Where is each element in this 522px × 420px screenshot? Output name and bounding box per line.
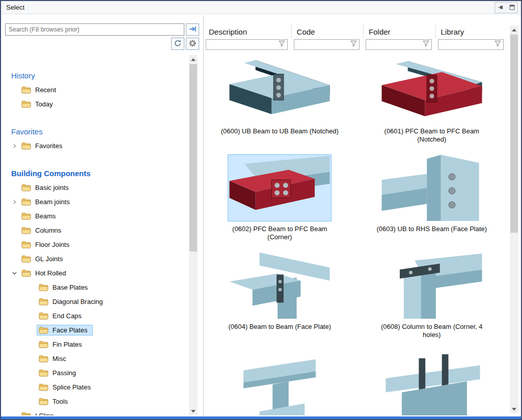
filter-input-code[interactable] [294, 39, 360, 50]
tree-item-passing[interactable]: Passing [5, 366, 185, 380]
folder-icon [21, 412, 31, 416]
component-item-0608[interactable]: (0608) Column to Beam (Corner, 4 holes) [356, 253, 508, 339]
component-item-0604[interactable]: (0604) Beam to Beam (Face Plate) [204, 253, 356, 339]
folder-tree: HistoryRecentTodayFavoritesFavoritesBuil… [5, 53, 185, 415]
filter-input-library[interactable] [438, 39, 504, 50]
scroll-up-icon[interactable] [510, 25, 518, 34]
refresh-button[interactable] [171, 38, 184, 50]
chevron-spacer [26, 355, 37, 361]
tree-item-inner: Fin Plates [37, 339, 87, 350]
component-thumbnail [380, 350, 483, 415]
component-item-0601[interactable]: (0601) PFC Beam to PFC Beam (Notched) [356, 57, 508, 144]
chevron-down-icon[interactable] [9, 270, 19, 276]
folder-icon [21, 100, 31, 108]
tree-item-fin-plates[interactable]: Fin Plates [5, 337, 185, 351]
tree-item-label: Recent [35, 86, 56, 94]
column-header-folder[interactable]: Folder [364, 24, 435, 39]
select-panel: Select HistoryRecentTodayFavor [0, 0, 522, 420]
tree-item-diagonal-bracing[interactable]: Diagonal Bracing [5, 294, 185, 309]
component-thumbnail [228, 350, 331, 415]
tree-item-gl-joints[interactable]: GL Joints [5, 251, 185, 266]
column-header-code[interactable]: Code [292, 24, 364, 39]
tree-item-face-plates[interactable]: Face Plates [5, 323, 185, 337]
tree-item-label: Beams [35, 212, 56, 220]
folder-icon [21, 142, 31, 150]
grid-scrollbar-thumb[interactable] [510, 35, 518, 233]
scroll-down-icon[interactable] [189, 407, 198, 415]
search-row [5, 23, 199, 36]
component-item-0602[interactable]: (0602) PFC Beam to PFC Beam (Corner) [204, 155, 356, 241]
tree-item-recent[interactable]: Recent [5, 82, 185, 97]
component-thumbnail [228, 57, 331, 123]
pin-icon[interactable] [496, 3, 506, 12]
tree-scrollbar[interactable] [189, 55, 198, 415]
tree-item-favorites[interactable]: Favorites [5, 138, 185, 153]
tree-item-hot-rolled[interactable]: Hot Rolled [5, 266, 185, 280]
folder-icon [39, 355, 48, 362]
filter-funnel-icon[interactable] [278, 40, 286, 49]
scroll-up-icon[interactable] [189, 55, 198, 64]
folder-icon [39, 398, 48, 405]
tree-item-label: Tools [52, 398, 68, 405]
folder-icon [21, 86, 31, 94]
component-item-0603[interactable]: (0603) UB to RHS Beam (Face Plate) [356, 155, 508, 241]
tree-item-end-caps[interactable]: End Caps [5, 309, 185, 323]
folder-icon [39, 284, 48, 291]
chevron-spacer [26, 327, 37, 333]
component-caption: (0608) Column to Beam (Corner, 4 holes) [372, 323, 491, 339]
chevron-spacer [9, 227, 19, 233]
tree-item-columns[interactable]: Columns [5, 223, 185, 237]
tree-item-basic-joints[interactable]: Basic joints [5, 180, 185, 194]
chevron-spacer [26, 313, 37, 319]
component-caption: (0604) Beam to Beam (Face Plate) [228, 323, 331, 331]
chevron-spacer [9, 412, 19, 415]
chevron-spacer [26, 341, 37, 347]
column-header-library[interactable]: Library [436, 24, 508, 39]
filter-funnel-icon[interactable] [494, 40, 502, 49]
filter-input-folder[interactable] [366, 39, 431, 50]
grid-scrollbar[interactable] [510, 25, 518, 413]
settings-button[interactable] [186, 38, 199, 50]
refresh-icon [174, 39, 182, 49]
component-item-partial-b[interactable] [356, 350, 508, 415]
chevron-spacer [9, 87, 19, 93]
tree-item-label: Diagonal Bracing [52, 298, 103, 305]
tree-item-misc[interactable]: Misc [5, 351, 185, 366]
tree-item-label: Floor Joints [35, 241, 69, 248]
filter-funnel-icon[interactable] [350, 40, 358, 49]
tree-item-label: Splice Plates [52, 383, 91, 391]
component-item-0600[interactable]: (0600) UB Beam to UB Beam (Notched) [204, 57, 356, 144]
chevron-spacer [26, 384, 37, 390]
chevron-right-icon[interactable] [9, 199, 19, 205]
component-item-partial-a[interactable] [204, 350, 356, 415]
chevron-spacer [26, 398, 37, 404]
component-thumbnail [380, 155, 483, 221]
folder-icon [39, 326, 48, 334]
search-input[interactable] [5, 23, 184, 36]
filter-input-description[interactable] [206, 39, 288, 50]
tree-section-history: History [11, 71, 185, 82]
tree-item-label: Favorites [35, 142, 62, 150]
tree-scrollbar-thumb[interactable] [189, 64, 197, 251]
tree-item-floor-joints[interactable]: Floor Joints [5, 237, 185, 251]
tree-item-base-plates[interactable]: Base Plates [5, 280, 185, 294]
tree-item-tools[interactable]: Tools [5, 394, 185, 408]
tree-item-inner: Beams [19, 211, 61, 221]
tree-item-beam-joints[interactable]: Beam joints [5, 194, 185, 209]
component-thumbnail [228, 253, 331, 319]
tree-item-label: Fin Plates [52, 341, 82, 348]
tree-item-today[interactable]: Today [5, 97, 185, 111]
column-header-description[interactable]: Description [204, 24, 292, 39]
scroll-down-icon[interactable] [510, 405, 518, 413]
tree-item-i-cline[interactable]: I Cline [5, 408, 185, 415]
search-go-button[interactable] [186, 23, 199, 36]
folder-icon [21, 241, 31, 248]
chevron-spacer [9, 101, 19, 107]
tree-item-beams[interactable]: Beams [5, 209, 185, 223]
window-title: Select [6, 4, 24, 11]
dock-icon[interactable] [507, 3, 517, 12]
chevron-right-icon[interactable] [9, 143, 19, 149]
tree-item-splice-plates[interactable]: Splice Plates [5, 380, 185, 394]
chevron-spacer [9, 241, 19, 247]
filter-funnel-icon[interactable] [422, 40, 430, 49]
